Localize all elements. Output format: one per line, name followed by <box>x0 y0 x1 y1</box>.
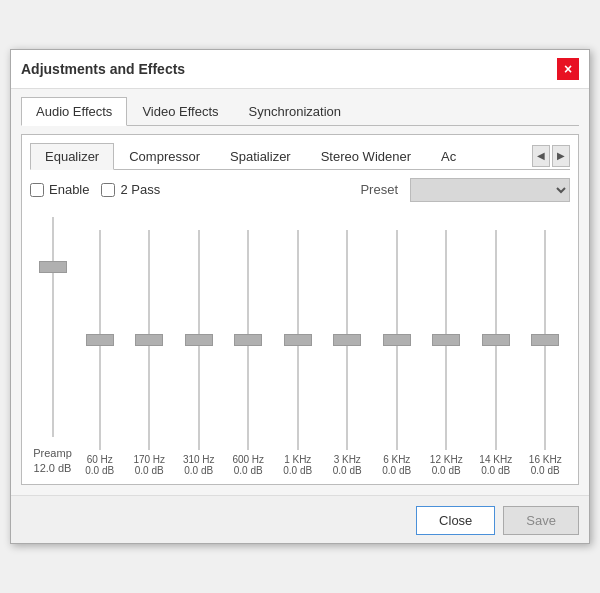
sub-tab-bar: Equalizer Compressor Spatializer Stereo … <box>30 143 570 170</box>
freq-col-8: 14 KHz0.0 dB <box>474 230 518 476</box>
window-close-button[interactable]: × <box>557 58 579 80</box>
db-label-6: 0.0 dB <box>382 465 411 476</box>
sub-tab-nav: ◀ ▶ <box>532 145 570 167</box>
freq-track-2 <box>198 230 200 450</box>
freq-slider-0[interactable] <box>86 334 114 346</box>
main-tab-bar: Audio Effects Video Effects Synchronizat… <box>21 97 579 126</box>
freq-col-6: 6 KHz0.0 dB <box>375 230 419 476</box>
main-window: Adjustments and Effects × Audio Effects … <box>10 49 590 545</box>
tab-synchronization[interactable]: Synchronization <box>234 97 357 125</box>
db-label-1: 0.0 dB <box>135 465 164 476</box>
freq-label-8: 14 KHz <box>479 454 512 465</box>
content-area: Audio Effects Video Effects Synchronizat… <box>11 89 589 496</box>
preset-label: Preset <box>360 182 398 197</box>
title-bar: Adjustments and Effects × <box>11 50 589 89</box>
freq-col-7: 12 KHz0.0 dB <box>424 230 468 476</box>
freq-col-2: 310 Hz0.0 dB <box>177 230 221 476</box>
db-label-5: 0.0 dB <box>333 465 362 476</box>
enable-checkbox[interactable] <box>30 183 44 197</box>
equalizer-controls-row: Enable 2 Pass Preset <box>30 178 570 202</box>
freq-col-9: 16 KHz0.0 dB <box>523 230 567 476</box>
freq-slider-1[interactable] <box>135 334 163 346</box>
sub-tab-next-button[interactable]: ▶ <box>552 145 570 167</box>
two-pass-checkbox-label[interactable]: 2 Pass <box>101 182 160 197</box>
db-label-0: 0.0 dB <box>85 465 114 476</box>
freq-col-0: 60 Hz0.0 dB <box>78 230 122 476</box>
freq-slider-2[interactable] <box>185 334 213 346</box>
preset-select[interactable] <box>410 178 570 202</box>
db-label-8: 0.0 dB <box>481 465 510 476</box>
freq-slider-6[interactable] <box>383 334 411 346</box>
freq-label-0: 60 Hz <box>87 454 113 465</box>
freq-label-9: 16 KHz <box>529 454 562 465</box>
freq-label-2: 310 Hz <box>183 454 215 465</box>
freq-slider-8[interactable] <box>482 334 510 346</box>
db-label-2: 0.0 dB <box>184 465 213 476</box>
freq-slider-3[interactable] <box>234 334 262 346</box>
freq-col-1: 170 Hz0.0 dB <box>127 230 171 476</box>
preamp-slider[interactable] <box>39 261 67 273</box>
freq-track-6 <box>396 230 398 450</box>
freq-slider-7[interactable] <box>432 334 460 346</box>
db-label-4: 0.0 dB <box>283 465 312 476</box>
freq-label-1: 170 Hz <box>133 454 165 465</box>
audio-effects-panel: Equalizer Compressor Spatializer Stereo … <box>21 134 579 486</box>
save-button[interactable]: Save <box>503 506 579 535</box>
two-pass-label: 2 Pass <box>120 182 160 197</box>
enable-label: Enable <box>49 182 89 197</box>
preamp-label: Preamp 12.0 dB <box>33 446 72 477</box>
preamp-column: Preamp 12.0 dB <box>30 212 75 477</box>
tab-audio-effects[interactable]: Audio Effects <box>21 97 127 126</box>
freq-col-5: 3 KHz0.0 dB <box>325 230 369 476</box>
freq-track-8 <box>495 230 497 450</box>
freq-label-7: 12 KHz <box>430 454 463 465</box>
freq-slider-9[interactable] <box>531 334 559 346</box>
freq-col-4: 1 KHz0.0 dB <box>276 230 320 476</box>
bottom-buttons-bar: Close Save <box>11 495 589 543</box>
close-button[interactable]: Close <box>416 506 495 535</box>
freq-track-0 <box>99 230 101 450</box>
tab-ac[interactable]: Ac <box>426 143 471 169</box>
db-label-9: 0.0 dB <box>531 465 560 476</box>
freq-label-3: 600 Hz <box>232 454 264 465</box>
preamp-track <box>52 217 54 437</box>
tab-stereo-widener[interactable]: Stereo Widener <box>306 143 426 169</box>
freq-track-3 <box>247 230 249 450</box>
preamp-slider-container <box>52 212 54 442</box>
window-title: Adjustments and Effects <box>21 61 185 77</box>
freq-label-6: 6 KHz <box>383 454 410 465</box>
two-pass-checkbox[interactable] <box>101 183 115 197</box>
freq-track-5 <box>346 230 348 450</box>
freq-slider-4[interactable] <box>284 334 312 346</box>
freq-track-1 <box>148 230 150 450</box>
tab-video-effects[interactable]: Video Effects <box>127 97 233 125</box>
freq-col-3: 600 Hz0.0 dB <box>226 230 270 476</box>
freq-label-5: 3 KHz <box>334 454 361 465</box>
enable-checkbox-label[interactable]: Enable <box>30 182 89 197</box>
freq-track-9 <box>544 230 546 450</box>
freq-label-4: 1 KHz <box>284 454 311 465</box>
tab-equalizer[interactable]: Equalizer <box>30 143 114 170</box>
tab-spatializer[interactable]: Spatializer <box>215 143 306 169</box>
tab-compressor[interactable]: Compressor <box>114 143 215 169</box>
equalizer-area: Preamp 12.0 dB 60 Hz0.0 dB170 Hz0.0 dB31… <box>30 212 570 477</box>
freq-slider-5[interactable] <box>333 334 361 346</box>
freq-sliders-area: 60 Hz0.0 dB170 Hz0.0 dB310 Hz0.0 dB600 H… <box>75 230 570 476</box>
freq-track-4 <box>297 230 299 450</box>
freq-track-7 <box>445 230 447 450</box>
db-label-7: 0.0 dB <box>432 465 461 476</box>
sub-tab-prev-button[interactable]: ◀ <box>532 145 550 167</box>
db-label-3: 0.0 dB <box>234 465 263 476</box>
